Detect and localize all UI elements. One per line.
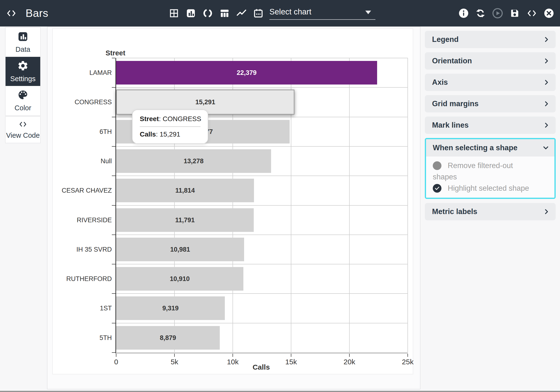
accordion-section-mark-lines[interactable]: Mark lines xyxy=(425,117,556,134)
accordion-label: Orientation xyxy=(432,57,472,65)
tooltip-key: Street xyxy=(140,115,159,123)
radio-option-highlight-selected-shape[interactable]: Highlight selected shape xyxy=(433,183,534,194)
category-label: CESAR CHAVEZ xyxy=(53,176,112,205)
check-icon xyxy=(434,186,440,191)
sidebar-item-settings[interactable]: Settings xyxy=(6,57,40,86)
table-columns-icon[interactable] xyxy=(219,8,230,19)
accordion-header-when-selecting-a-shape[interactable]: When selecting a shape xyxy=(426,139,554,157)
radio-option-remove-filtered-out-shapes[interactable]: Remove filtered-out shapes xyxy=(433,160,534,183)
tooltip-row: Calls: 15,291 xyxy=(140,130,200,138)
sidebar-item-label: Color xyxy=(14,104,31,112)
data-chart-icon xyxy=(17,31,29,43)
x-axis-tick xyxy=(291,354,291,357)
palette-icon xyxy=(17,89,29,102)
accordion-section-grid-margins[interactable]: Grid margins xyxy=(425,95,556,112)
gridline-horizontal xyxy=(116,293,408,294)
chevron-right-icon xyxy=(543,122,550,128)
y-axis-tick xyxy=(112,87,115,88)
sidebar-item-data[interactable]: Data xyxy=(6,28,40,57)
accordion-label: When selecting a shape xyxy=(433,144,517,152)
gridline-horizontal xyxy=(116,176,408,176)
window-bottom-edge xyxy=(0,391,560,392)
category-label: 5TH xyxy=(53,323,112,353)
save-icon[interactable] xyxy=(510,8,520,19)
line-chart-icon[interactable] xyxy=(236,8,247,19)
bar-chart-plot: 05k10k15k20k25k22,379LAMAR15,291CONGRESS… xyxy=(115,58,408,354)
radio-option-label: Remove filtered-out shapes xyxy=(433,161,513,181)
accordion-label: Mark lines xyxy=(432,121,469,129)
category-label: CONGRESS xyxy=(53,88,112,117)
bar-value-label: 8,879 xyxy=(116,326,220,350)
x-axis-tick xyxy=(408,354,408,357)
category-label: RIVERSIDE xyxy=(53,206,112,235)
y-axis-tick xyxy=(112,323,115,323)
category-label: Null xyxy=(53,147,112,176)
y-axis-tick xyxy=(112,264,115,265)
y-axis-tick xyxy=(112,176,115,176)
code-icon[interactable] xyxy=(526,9,537,18)
accordion-section-orientation[interactable]: Orientation xyxy=(425,52,556,69)
y-axis-tick xyxy=(112,58,115,58)
bar-value-label: 11,814 xyxy=(116,179,254,202)
radio-checked-icon[interactable] xyxy=(433,184,441,193)
sidebar-item-label: View Code xyxy=(6,131,40,139)
x-axis-tick xyxy=(349,354,350,357)
bar-value-label: 9,319 xyxy=(116,296,225,320)
gridline-horizontal xyxy=(116,58,408,58)
play-icon[interactable] xyxy=(492,8,503,19)
bar-value-label: 13,278 xyxy=(116,149,271,173)
category-label: LAMAR xyxy=(53,58,112,88)
sidebar-item-label: Data xyxy=(15,46,30,53)
accordion-section-axis[interactable]: Axis xyxy=(425,74,556,91)
x-axis-tick xyxy=(116,354,116,357)
gridline-horizontal xyxy=(116,264,408,265)
calendar-icon[interactable] xyxy=(253,8,264,19)
accordion-section-metric-labels[interactable]: Metric labels xyxy=(425,203,556,220)
category-label: IH 35 SVRD xyxy=(53,235,112,264)
left-sidebar-viewcode-card: View Code xyxy=(5,116,41,143)
navbar-actions xyxy=(458,0,554,27)
select-chart-label: Select chart xyxy=(270,7,311,16)
donut-chart-icon[interactable] xyxy=(202,8,213,19)
y-axis-title: Street xyxy=(89,49,142,57)
tooltip-divider xyxy=(140,127,200,127)
y-axis-tick xyxy=(112,235,115,235)
x-axis-tick xyxy=(232,354,233,357)
gear-icon xyxy=(17,60,29,72)
category-label: RUTHERFORD xyxy=(53,264,112,294)
sidebar-item-view-code[interactable]: View Code xyxy=(6,117,40,143)
y-axis-tick xyxy=(112,293,115,294)
app-code-icon xyxy=(6,9,17,18)
chevron-down-icon xyxy=(542,145,549,151)
chevron-right-icon xyxy=(543,36,550,43)
gridline-horizontal xyxy=(116,87,408,88)
category-label: 6TH xyxy=(53,117,112,147)
chevron-right-icon xyxy=(543,58,550,64)
left-sidebar: Data Settings Color xyxy=(5,27,41,116)
select-chart-dropdown[interactable]: Select chart xyxy=(270,4,375,20)
tooltip-key: Calls xyxy=(140,130,156,138)
y-axis-tick xyxy=(112,352,115,353)
radio-unchecked-icon[interactable] xyxy=(433,161,441,170)
top-navbar: Bars Select chart xyxy=(0,0,560,27)
accordion-section-legend[interactable]: Legend xyxy=(425,31,556,48)
accordion-label: Metric labels xyxy=(432,207,477,216)
close-icon[interactable] xyxy=(544,8,554,19)
info-icon[interactable] xyxy=(458,8,469,19)
gridline-horizontal xyxy=(116,205,408,206)
gridline-horizontal xyxy=(116,146,408,147)
accordion-label: Axis xyxy=(432,78,448,87)
page-title: Bars xyxy=(26,7,49,20)
sidebar-item-label: Settings xyxy=(10,75,36,83)
sidebar-item-color[interactable]: Color xyxy=(6,86,40,115)
bar-value-label: 22,379 xyxy=(116,61,377,85)
main-content-panel: Street 05k10k15k20k25k22,379LAMAR15,291C… xyxy=(47,27,420,389)
chevron-down-icon xyxy=(365,10,371,14)
grid-icon[interactable] xyxy=(169,8,179,19)
bar-chart-icon[interactable] xyxy=(186,8,196,19)
radio-option-label: Highlight selected shape xyxy=(448,184,529,192)
chevron-right-icon xyxy=(543,208,550,215)
tooltip-row: Street: CONGRESS xyxy=(140,115,200,123)
navbar-left-group: Bars xyxy=(6,0,49,27)
refresh-icon[interactable] xyxy=(475,8,486,19)
